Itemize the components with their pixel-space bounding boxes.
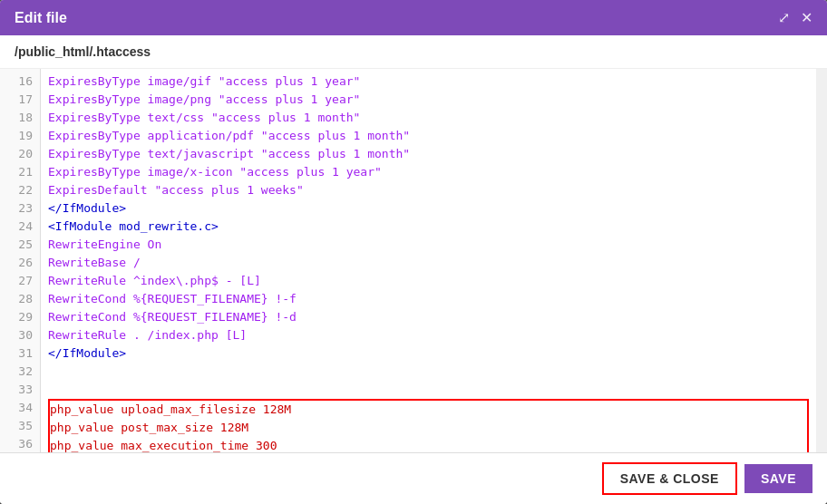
line-numbers: 1617181920212223242526272829303132333435…: [0, 69, 41, 452]
line-number: 18: [0, 109, 40, 127]
scrollbar-track[interactable]: [816, 69, 827, 452]
save-button[interactable]: SAVE: [744, 464, 812, 493]
line-number: 21: [0, 163, 40, 181]
line-number: 24: [0, 218, 40, 236]
line-number: 23: [0, 199, 40, 218]
modal-title: Edit file: [15, 10, 67, 26]
line-number: 27: [0, 272, 40, 290]
modal-footer: SAVE & CLOSE SAVE: [0, 452, 827, 504]
line-number: 26: [0, 254, 40, 272]
line-number: 19: [0, 127, 40, 145]
code-content[interactable]: ExpiresByType image/gif "access plus 1 y…: [41, 69, 816, 452]
code-line: ExpiresByType image/x-icon "access plus …: [48, 163, 809, 181]
code-line: ExpiresByType text/javascript "access pl…: [48, 145, 809, 163]
code-line: ExpiresByType image/png "access plus 1 y…: [48, 91, 809, 109]
code-line: </IfModule>: [48, 199, 809, 218]
line-number: 32: [0, 363, 40, 381]
save-and-close-button[interactable]: SAVE & CLOSE: [602, 462, 737, 495]
code-line: ExpiresByType image/gif "access plus 1 y…: [48, 73, 809, 91]
code-line: [48, 363, 809, 381]
code-line: RewriteRule ^index\.php$ - [L]: [48, 272, 809, 290]
code-line: [48, 381, 809, 399]
code-line: ExpiresDefault "access plus 1 weeks": [48, 181, 809, 199]
line-number: 25: [0, 236, 40, 254]
code-line: RewriteRule . /index.php [L]: [48, 326, 809, 344]
code-line: </IfModule>: [48, 344, 809, 363]
line-number: 34: [0, 399, 40, 417]
expand-icon[interactable]: ⤢: [778, 9, 790, 26]
code-line: ExpiresByType application/pdf "access pl…: [48, 127, 809, 145]
line-number: 17: [0, 91, 40, 109]
editor-area: 1617181920212223242526272829303132333435…: [0, 69, 827, 452]
line-number: 22: [0, 181, 40, 199]
line-number: 16: [0, 73, 40, 91]
line-number: 33: [0, 381, 40, 399]
filepath: /public_html/.htaccess: [0, 35, 827, 69]
code-line: php_value max_execution_time 300: [50, 437, 807, 452]
line-number: 31: [0, 344, 40, 363]
line-number: 20: [0, 145, 40, 163]
line-number: 35: [0, 417, 40, 435]
line-number: 28: [0, 290, 40, 308]
code-line: RewriteEngine On: [48, 236, 809, 254]
code-line: RewriteBase /: [48, 254, 809, 272]
code-line: ExpiresByType text/css "access plus 1 mo…: [48, 109, 809, 127]
header-icons: ⤢ ✕: [778, 9, 812, 26]
edit-file-modal: Edit file ⤢ ✕ /public_html/.htaccess 161…: [0, 0, 827, 504]
modal-body: /public_html/.htaccess 16171819202122232…: [0, 35, 827, 452]
line-number: 36: [0, 435, 40, 452]
code-line: RewriteCond %{REQUEST_FILENAME} !-f: [48, 290, 809, 308]
line-number: 29: [0, 308, 40, 326]
modal-header: Edit file ⤢ ✕: [0, 0, 827, 35]
code-line: RewriteCond %{REQUEST_FILENAME} !-d: [48, 308, 809, 326]
close-icon[interactable]: ✕: [801, 9, 812, 26]
code-line: php_value upload_max_filesize 128M: [50, 401, 807, 419]
line-number: 30: [0, 326, 40, 344]
code-line: php_value post_max_size 128M: [50, 419, 807, 437]
code-line: <IfModule mod_rewrite.c>: [48, 218, 809, 236]
